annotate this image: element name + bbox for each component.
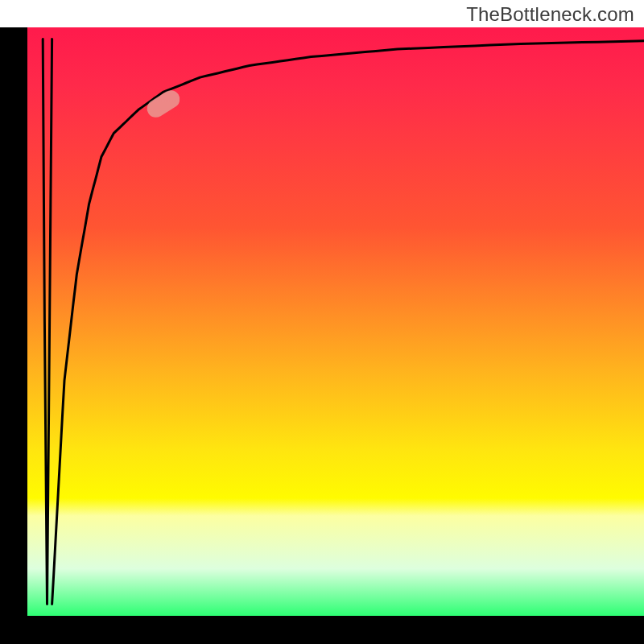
chart-container: TheBottleneck.com bbox=[0, 0, 644, 644]
plot-area bbox=[27, 27, 644, 616]
log-curve bbox=[52, 41, 644, 605]
y-axis bbox=[0, 27, 27, 616]
x-axis bbox=[0, 616, 644, 644]
attribution-text: TheBottleneck.com bbox=[466, 3, 634, 26]
curve-layer bbox=[27, 27, 644, 616]
dip-curve bbox=[43, 39, 52, 605]
